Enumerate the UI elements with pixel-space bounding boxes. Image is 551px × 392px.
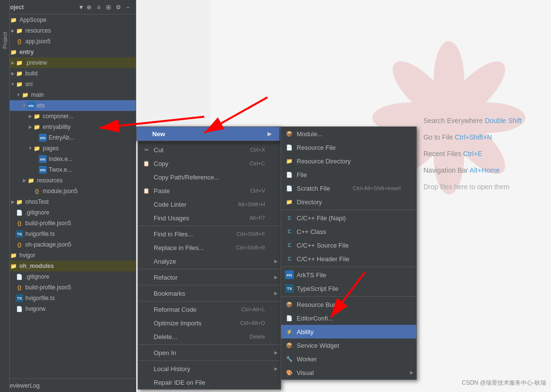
tree-label: resources (25, 27, 51, 34)
tree-item-preview[interactable]: ▶ 📁 .preview (0, 57, 136, 68)
tree-label: AppScope (19, 17, 46, 23)
tree-item-gitignore[interactable]: ▶ 📄 .gitignore (0, 207, 136, 218)
menu-item-copy[interactable]: 📋 Copy Ctrl+C (138, 157, 281, 170)
tree-item-resources2[interactable]: ▶ 📁 resources (0, 175, 136, 186)
menu-item-code-linter[interactable]: Code Linter Alt+Shift+H (138, 197, 281, 211)
folder-icon: 📁 (33, 144, 41, 152)
close-icon[interactable]: − (124, 3, 132, 11)
tree-item-pages[interactable]: ▼ 📁 pages (0, 143, 136, 154)
tree-item-entryab[interactable]: ▶ ets EntryAb... (0, 132, 136, 143)
shortcut: Ctrl+Shift+R (236, 245, 273, 250)
tree-item-ohpackage[interactable]: ▶ {} oh-package.json5 (0, 239, 136, 250)
menu-item-ability[interactable]: ⚡ Ability (281, 325, 416, 339)
shortcut: Ctrl+Alt+O (240, 320, 273, 326)
expand-icon[interactable]: ⊞ (105, 3, 112, 11)
bottom-bar: PreviewerLog (0, 378, 136, 392)
project-tree[interactable]: ▼ 📁 AppScope ▶ 📁 resources ▶ {} app.json… (0, 15, 136, 392)
menu-item-open-in[interactable]: Open In (138, 346, 281, 359)
menu-label: Resource Bundle (297, 301, 345, 308)
menu-label: Local History (154, 365, 190, 373)
ets-folder-icon: ets (27, 102, 35, 109)
tree-item-entry[interactable]: ▼ 📁 entry (0, 47, 136, 57)
tree-item-ohostest[interactable]: ▶ 📁 ohosTest (0, 196, 136, 207)
tree-item-src[interactable]: ▼ 📁 src (0, 79, 136, 89)
side-tab-project[interactable]: Project (1, 29, 9, 52)
separator-5 (138, 301, 281, 302)
tree-item-buildprofile2[interactable]: ▶ {} build-profile.json5 (0, 282, 136, 293)
shortcut: Delete (249, 334, 273, 339)
menu-item-cut[interactable]: ✂ Cut Ctrl+X (138, 143, 281, 157)
tree-item-hvigorw[interactable]: ▶ 📄 hvigorw (0, 303, 136, 314)
menu-item-resource-file[interactable]: 📄 Resource File (281, 141, 416, 154)
menu-item-paste[interactable]: 📋 Paste Ctrl+V (138, 184, 281, 197)
tree-item-modulejson5[interactable]: ▶ {} module.json5 (0, 186, 136, 196)
tree-item-build[interactable]: ▶ 📁 build (0, 68, 136, 79)
menu-item-repair-ide[interactable]: Repair IDE on File (138, 375, 281, 389)
tree-item-main[interactable]: ▼ 📁 main (0, 89, 136, 100)
menu-item-refactor[interactable]: Refactor (138, 270, 281, 284)
tree-item-hvigorfile[interactable]: ▶ TS hvigorfile.ts (0, 229, 136, 239)
menu-label: Ability (297, 328, 314, 336)
new-items-submenu[interactable]: 📦 Module... 📄 Resource File 📁 Resource D… (281, 126, 417, 380)
tree-item-gitignore2[interactable]: ▶ 📄 .gitignore (0, 271, 136, 282)
menu-item-visual[interactable]: 🎨 Visual (281, 366, 416, 379)
file-new-icon: 📄 (285, 170, 294, 179)
menu-item-resource-dir[interactable]: 📁 Resource Directory (281, 154, 416, 168)
menu-item-editorconfig[interactable]: 📄 EditorConfi... (281, 311, 416, 325)
menu-item-c-source[interactable]: C C/C++ Source File (281, 238, 416, 252)
tree-item-ets[interactable]: ▼ ets ets (0, 100, 136, 111)
menu-item-file[interactable]: 📄 File (281, 168, 416, 181)
panel-toolbar: ⊕ ≡ ⊞ ⚙ − (85, 3, 132, 11)
tree-item-twoxe[interactable]: ▶ ets Twox.e... (0, 164, 136, 175)
side-tabs: Project (0, 0, 10, 392)
settings-icon[interactable]: ⚙ (114, 3, 122, 11)
ets-file-icon3: ets (39, 166, 47, 174)
menu-item-delete[interactable]: Delete... Delete (138, 330, 281, 343)
tree-item-buildprofile[interactable]: ▶ {} build-profile.json5 (0, 218, 136, 229)
menu-item-optimize[interactable]: Optimize Imports Ctrl+Alt+O (138, 316, 281, 330)
menu-item-c-header[interactable]: C C/C++ Header File (281, 252, 416, 266)
menu-item-analyze[interactable]: Analyze (138, 254, 281, 268)
menu-item-local-history[interactable]: Local History (138, 362, 281, 375)
menu-item-service-widget[interactable]: 📦 Service Widget (281, 339, 416, 352)
menu-label: Bookmarks (154, 290, 185, 297)
tree-item-hvigorfile2[interactable]: ▶ TS hvigorfile.ts (0, 293, 136, 303)
tree-item-appjson5[interactable]: ▶ {} app.json5 (0, 36, 136, 47)
menu-item-find-usages[interactable]: Find Usages Alt+F7 (138, 211, 281, 225)
tree-item-hvigor[interactable]: ▶ 📁 hvigor (0, 250, 136, 261)
tree-item-indexe[interactable]: ▶ ets Index.e... (0, 154, 136, 164)
tree-item-appscope[interactable]: ▼ 📁 AppScope (0, 15, 136, 25)
menu-label: Worker (297, 356, 317, 363)
tree-item-component[interactable]: ▶ 📁 componer... (0, 111, 136, 122)
menu-item-reformat[interactable]: Reformat Code Ctrl+Alt+L (138, 303, 281, 316)
tree-item-resources[interactable]: ▶ 📁 resources (0, 25, 136, 36)
menu-item-module[interactable]: 📦 Module... (281, 127, 416, 141)
menu-item-replace-files[interactable]: Replace in Files... Ctrl+Shift+R (138, 241, 281, 254)
menu-item-c-napi[interactable]: C C/C++ File (Napi) (281, 211, 416, 225)
shortcut: Ctrl+Alt+Shift+Insert (353, 185, 409, 191)
tree-label: build-profile.json5 (25, 220, 71, 227)
context-menu[interactable]: New ✂ Cut Ctrl+X 📋 Copy Ctrl+C Copy Path… (138, 126, 281, 390)
hint-5: Drop files here to open them (424, 183, 522, 191)
arrow-icon: ▶ (10, 199, 16, 205)
new-submenu[interactable]: New ▶ (136, 126, 280, 141)
menu-item-scratch-file[interactable]: 📄 Scratch File Ctrl+Alt+Shift+Insert (281, 181, 416, 195)
menu-item-directory[interactable]: 📁 Directory (281, 195, 416, 209)
paste-icon: 📋 (142, 186, 151, 195)
menu-item-typescript[interactable]: TS TypeScript File (281, 282, 416, 295)
history-icon (142, 364, 151, 373)
ability-icon: ⚡ (285, 327, 294, 336)
tree-item-ohmodules[interactable]: ▶ 📁 oh_modules (0, 261, 136, 271)
menu-item-resource-bundle[interactable]: 📦 Resource Bundle (281, 298, 416, 311)
tree-item-entryability[interactable]: ▶ 📁 entryability (0, 122, 136, 132)
panel-dropdown-icon[interactable]: ▼ (77, 3, 85, 11)
arrow-icon: ▼ (21, 103, 27, 108)
menu-item-arkts[interactable]: ets ArkTS File (281, 268, 416, 282)
menu-item-worker[interactable]: 🔧 Worker (281, 352, 416, 366)
menu-item-find-files[interactable]: Find in Files... Ctrl+Shift+F (138, 227, 281, 241)
menu-item-cpp-class[interactable]: C C++ Class (281, 225, 416, 238)
menu-item-copy-path[interactable]: Copy Path/Reference... (138, 170, 281, 184)
locate-icon[interactable]: ⊕ (85, 3, 93, 11)
collapse-icon[interactable]: ≡ (95, 3, 103, 11)
menu-item-bookmarks[interactable]: Bookmarks (138, 286, 281, 300)
